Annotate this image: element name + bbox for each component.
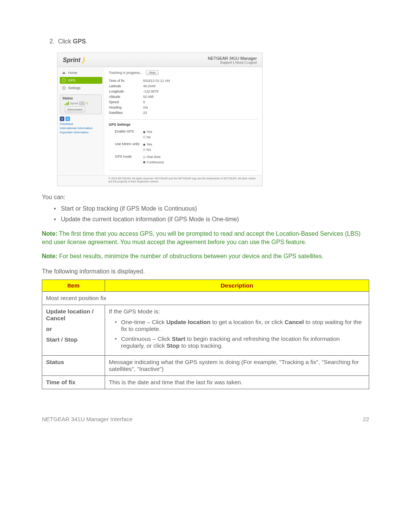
- time-of-fix-label: Time of fix: [109, 79, 143, 83]
- disconnect-button[interactable]: Disconnect: [65, 107, 85, 112]
- step-text-pre: Click: [58, 38, 73, 45]
- description-table: Item Description Most recent position fi…: [42, 280, 369, 389]
- arrows-icon: ⇅: [86, 102, 88, 105]
- gps-settings-title: GPS Settings: [109, 123, 258, 126]
- altitude-label: Altitude: [109, 95, 143, 99]
- sidebar: Home GPS Settings Status Sprint 3G ⇅ Dis…: [57, 67, 104, 175]
- enable-gps-radios: Yes No: [143, 129, 152, 140]
- feedback-link[interactable]: Feedback: [60, 122, 102, 126]
- time-of-fix-value: 5/10/13 01:11 AM: [143, 79, 170, 83]
- longitude-label: Longitude: [109, 89, 143, 93]
- th-item: Item: [42, 280, 105, 291]
- note-1: Note: The first time that you access GPS…: [42, 230, 369, 247]
- metric-radios: Yes No: [143, 142, 152, 152]
- th-desc: Description: [105, 280, 369, 291]
- important-info-link[interactable]: Important Information: [60, 130, 102, 134]
- nav-settings[interactable]: Settings: [60, 85, 102, 91]
- header-right: NETGEAR 341U Manager Support | About | L…: [208, 56, 257, 64]
- footer-left: NETGEAR 341U Manager Interface: [42, 416, 132, 422]
- table-intro: The following information is displayed.: [42, 268, 369, 275]
- enable-gps-label: Enable GPS: [109, 129, 143, 140]
- sidebar-links: Feedback International Information Impor…: [60, 122, 102, 135]
- heading-value: n/a: [143, 105, 148, 109]
- support-link[interactable]: Support: [220, 61, 232, 64]
- row2-item: Status: [42, 355, 105, 375]
- nav-gps[interactable]: GPS: [60, 77, 102, 84]
- mode-onetime[interactable]: One-time: [143, 155, 161, 159]
- about-link[interactable]: About: [235, 61, 244, 64]
- note-2: Note: For best results, minimize the num…: [42, 252, 369, 260]
- page-footer: NETGEAR 341U Manager Interface 22: [42, 416, 369, 422]
- product-title: NETGEAR 341U Manager: [208, 56, 257, 61]
- altitude-value: 52.49ft: [143, 95, 154, 99]
- step-text-bold: GPS: [73, 38, 86, 45]
- metric-no[interactable]: No: [143, 148, 151, 152]
- mode-continuous[interactable]: Continuous: [143, 160, 164, 164]
- bullet-2: Update the current location information …: [54, 216, 369, 223]
- footer-page-number: 22: [363, 416, 369, 422]
- row3-desc: This is the date and time that the last …: [105, 375, 369, 389]
- intl-info-link[interactable]: International Information: [60, 126, 102, 130]
- step-text-post: .: [86, 38, 87, 45]
- logout-link[interactable]: Logout: [246, 61, 257, 64]
- you-can-bullets: Start or Stop tracking (if GPS Mode is C…: [54, 205, 369, 223]
- gps-icon: [62, 78, 66, 82]
- status-panel: Status Sprint 3G ⇅ Disconnect: [60, 94, 102, 114]
- tracking-status: Tracking in progress...: [109, 71, 143, 75]
- speed-label: Speed: [109, 100, 143, 104]
- nav-home[interactable]: Home: [60, 69, 102, 76]
- you-can-text: You can:: [42, 194, 369, 201]
- network-badge: 3G: [79, 102, 85, 105]
- facebook-icon[interactable]: f: [60, 117, 64, 121]
- main-content: Tracking in progress... Stop Time of fix…: [104, 67, 262, 175]
- heading-label: Heading: [109, 105, 143, 109]
- row3-item: Time of fix: [42, 375, 105, 389]
- sprint-logo: Sprint ⟩: [63, 56, 84, 64]
- settings-icon: [62, 86, 66, 90]
- gps-mode-label: GPS mode: [109, 155, 143, 165]
- app-footer: © 2013 NETGEAR. All rights reserved. NET…: [57, 175, 262, 186]
- enable-gps-yes[interactable]: Yes: [143, 130, 152, 134]
- enable-gps-no[interactable]: No: [143, 135, 151, 139]
- latitude-label: Latitude: [109, 84, 143, 88]
- home-icon: [62, 72, 66, 74]
- stop-button[interactable]: Stop: [146, 70, 159, 75]
- step-number: 2.: [49, 38, 56, 45]
- satellites-label: Satellites: [109, 111, 143, 115]
- status-title: Status: [62, 96, 99, 100]
- longitude-value: -122.8876: [143, 89, 159, 93]
- satellites-value: 23: [143, 111, 147, 115]
- screenshot-gps-page: Sprint ⟩ NETGEAR 341U Manager Support | …: [57, 53, 263, 186]
- bullet-1: Start or Stop tracking (if GPS Mode is C…: [54, 205, 369, 212]
- twitter-icon[interactable]: t: [65, 117, 70, 121]
- sprint-swoosh-icon: ⟩: [82, 56, 84, 64]
- step-2: 2. Click GPS.: [49, 38, 369, 45]
- section-most-recent: Most recent position fix: [42, 291, 369, 305]
- metric-label: Use Metric units: [109, 142, 143, 152]
- row2-desc: Message indicating what the GPS system i…: [105, 355, 369, 375]
- metric-yes[interactable]: Yes: [143, 142, 152, 146]
- signal-bars-icon: [65, 102, 69, 105]
- social-icons: f t: [60, 117, 102, 121]
- row1-item: Update location / Cancel or Start / Stop: [42, 305, 105, 355]
- app-header: Sprint ⟩ NETGEAR 341U Manager Support | …: [57, 53, 262, 67]
- latitude-value: 49.2449: [143, 84, 156, 88]
- speed-value: 0: [143, 100, 145, 104]
- gps-mode-radios: One-time Continuous: [143, 155, 164, 165]
- carrier-status: Sprint 3G ⇅: [62, 102, 99, 105]
- row1-desc: If the GPS Mode is: One-time – Click Upd…: [105, 305, 369, 355]
